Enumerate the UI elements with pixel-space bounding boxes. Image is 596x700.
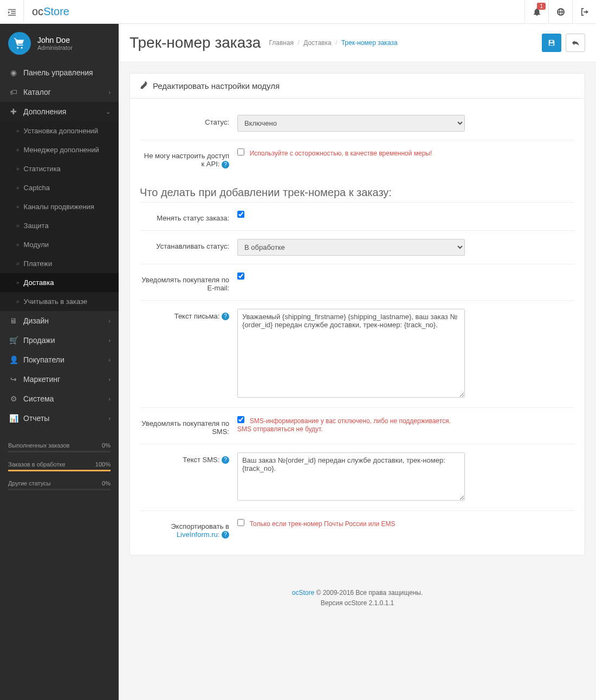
checkbox-api[interactable] — [237, 148, 244, 155]
stat-bar — [8, 451, 111, 452]
breadcrumb-home[interactable]: Главная — [269, 39, 294, 47]
notif-badge: 1 — [537, 3, 546, 10]
tags-icon: 🏷 — [8, 88, 19, 96]
chevron-icon: » — [16, 185, 20, 191]
nav-label: Дизайн — [23, 316, 49, 325]
nav-marketing[interactable]: ↪Маркетинг› — [0, 370, 119, 389]
chevron-icon: » — [16, 299, 20, 304]
breadcrumb-sep: / — [297, 39, 299, 47]
subnav-installer[interactable]: »Установка дополнений — [0, 121, 119, 140]
share-icon: ↪ — [8, 375, 19, 384]
nav-sales[interactable]: 🛒Продажи› — [0, 330, 119, 350]
subnav-label: Установка дополнений — [24, 127, 99, 135]
nav-customers[interactable]: 👤Покупатели› — [0, 350, 119, 370]
nav-dashboard[interactable]: ◉Панель управления — [0, 63, 119, 82]
textarea-email-text[interactable] — [237, 309, 465, 398]
user-profile[interactable]: John Doe Administrator — [0, 24, 119, 63]
footer-version: Версия ocStore 2.1.0.1.1 — [321, 599, 394, 607]
help-icon[interactable]: ? — [222, 161, 229, 168]
stat-label: Выполненных заказов — [8, 442, 69, 449]
brand[interactable]: ocStore — [24, 5, 77, 18]
nav-label: Маркетинг — [23, 375, 60, 384]
select-set-status[interactable]: В обработке — [237, 239, 465, 256]
label-sms-text: Текст SMS: ? — [140, 452, 237, 502]
help-icon[interactable]: ? — [222, 531, 229, 539]
label-api: Не могу настроить доступ к API: ? — [140, 148, 237, 168]
nav-design[interactable]: 🖥Дизайн› — [0, 311, 119, 330]
nav-label: Система — [23, 394, 54, 403]
footer-brand-link[interactable]: ocStore — [292, 589, 314, 597]
breadcrumb-shipping[interactable]: Доставка — [303, 39, 332, 47]
subnav-extensions: »Установка дополнений »Менеджер дополнен… — [0, 121, 119, 311]
nav-extensions[interactable]: ✚Дополнения⌄ — [0, 102, 119, 121]
breadcrumb-current[interactable]: Трек-номер заказа — [341, 39, 398, 47]
gear-icon: ⚙ — [8, 394, 19, 403]
textarea-sms-text[interactable] — [237, 452, 465, 501]
checkbox-export[interactable] — [237, 519, 244, 526]
subnav-manager[interactable]: »Менеджер дополнений — [0, 140, 119, 159]
checkbox-notify-email[interactable] — [237, 273, 244, 280]
save-button[interactable] — [542, 34, 561, 52]
cart-icon — [12, 36, 27, 50]
nav-system[interactable]: ⚙Система› — [0, 389, 119, 409]
nav-reports[interactable]: 📊Отчеты› — [0, 409, 119, 428]
logout-button[interactable] — [572, 0, 596, 24]
liveinform-link[interactable]: LiveInform.ru: — [177, 530, 219, 539]
help-icon[interactable]: ? — [222, 313, 229, 320]
subnav-label: Платежи — [24, 260, 53, 268]
subnav-feeds[interactable]: »Каналы продвижения — [0, 197, 119, 216]
dashboard-icon: ◉ — [8, 68, 19, 77]
checkbox-change-status[interactable] — [237, 211, 244, 218]
brand-oc: oc — [32, 5, 43, 18]
label-set-status: Устанавливать статус: — [140, 239, 237, 256]
help-icon[interactable]: ? — [222, 456, 229, 464]
subnav-antifraud[interactable]: »Защита — [0, 216, 119, 235]
fg-status: Статус: Включено — [140, 107, 575, 140]
subnav-totals[interactable]: »Учитывать в заказе — [0, 292, 119, 311]
puzzle-icon: ✚ — [8, 107, 19, 116]
label-notify-sms: Уведомлять покупателя по SMS: — [140, 416, 237, 436]
footer-copy: © 2009-2016 Все права защищены. — [314, 589, 423, 597]
subnav-analytics[interactable]: »Статистика — [0, 159, 119, 178]
stat-bar — [8, 489, 111, 490]
fg-change-status: Менять статус заказа: — [140, 202, 575, 230]
stat-label: Другие статусы — [8, 480, 51, 487]
fg-api: Не могу настроить доступ к API: ? Исполь… — [140, 140, 575, 177]
brand-store: Store — [43, 5, 69, 18]
subnav-label: Модули — [24, 241, 49, 249]
chevron-right-icon: › — [108, 89, 111, 95]
subnav-payments[interactable]: »Платежи — [0, 254, 119, 273]
sms-warning: SMS-информирование у вас отключено, либо… — [237, 417, 451, 433]
fg-email-text: Текст письма: ? — [140, 300, 575, 407]
fg-export: Экспортировать в LiveInform.ru: ? Только… — [140, 510, 575, 547]
chevron-icon: » — [16, 261, 20, 267]
select-status[interactable]: Включено — [237, 115, 465, 132]
user-role: Administrator — [37, 44, 73, 51]
chevron-right-icon: › — [108, 376, 111, 383]
user-icon: 👤 — [8, 355, 19, 364]
subnav-modules[interactable]: »Модули — [0, 235, 119, 254]
reply-icon — [572, 39, 579, 47]
subnav-shipping[interactable]: »Доставка — [0, 273, 119, 292]
nav-catalog[interactable]: 🏷Каталог› — [0, 82, 119, 102]
notifications-button[interactable]: 1 — [524, 0, 548, 24]
section-title: Что делать при добавлении трек-номера к … — [140, 177, 575, 202]
breadcrumb: Главная / Доставка / Трек-номер заказа — [269, 39, 397, 47]
cancel-button[interactable] — [566, 34, 585, 52]
save-icon — [548, 39, 555, 47]
sidebar: John Doe Administrator ◉Панель управлени… — [0, 24, 119, 700]
page-actions — [542, 34, 585, 52]
stat-value: 0% — [102, 442, 111, 449]
breadcrumb-sep: / — [335, 39, 337, 47]
menu-toggle[interactable] — [0, 0, 24, 24]
nav-label: Панель управления — [23, 68, 93, 77]
order-stats: Выполненных заказов0% Заказов в обработк… — [8, 439, 111, 490]
subnav-captcha[interactable]: »Captcha — [0, 178, 119, 197]
checkbox-notify-sms[interactable] — [237, 416, 244, 423]
desktop-icon: 🖥 — [8, 316, 19, 325]
subnav-label: Учитывать в заказе — [24, 297, 87, 306]
store-front-button[interactable] — [548, 0, 572, 24]
page-title: Трек-номер заказа — [129, 34, 261, 51]
chevron-icon: » — [16, 280, 20, 286]
nav-label: Покупатели — [23, 355, 64, 364]
